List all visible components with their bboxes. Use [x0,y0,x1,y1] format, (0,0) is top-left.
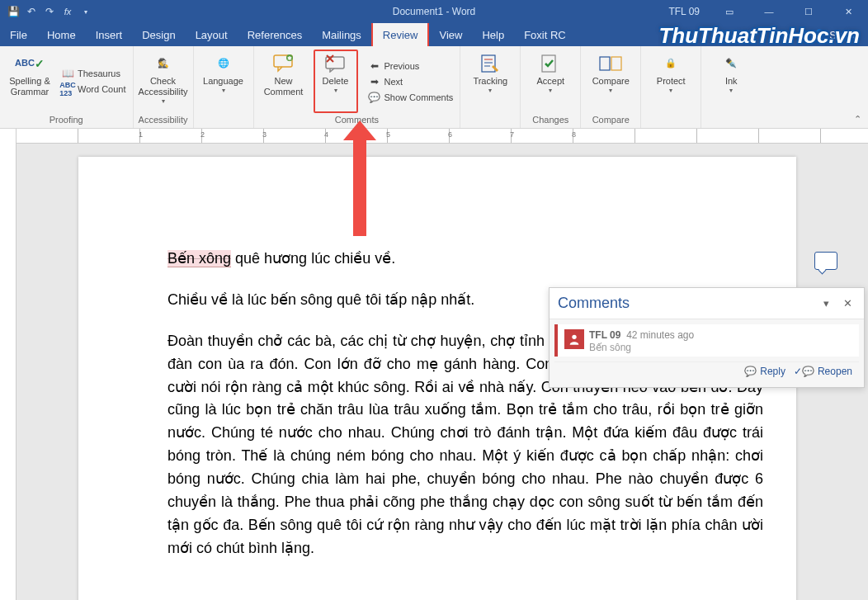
ribbon: ABC✓ Spelling & Grammar 📖Thesaurus ABC12… [0,46,868,129]
accept-button[interactable]: Accept ▾ [526,50,575,113]
next-icon: ➡ [368,75,381,88]
title-bar: 💾 ↶ ↷ fx ▾ Document1 - Word TFL 09 ▭ — ☐… [0,0,868,23]
reply-icon: 💬 [744,366,757,377]
delete-label: Delete [323,76,349,87]
tab-foxit[interactable]: Foxit RC [514,23,576,46]
comment-text: Bến sông [589,342,694,353]
ruler-num: 3 [262,130,267,139]
reopen-label: Reopen [818,366,852,377]
group-changes: Accept ▾ Changes [521,46,581,128]
tab-view[interactable]: View [429,23,472,46]
redo-icon[interactable]: ↷ [43,5,56,18]
lock-icon: 🔒 [658,53,684,74]
language-label: Language [203,76,243,87]
minimize-button[interactable]: — [752,0,785,23]
commented-text[interactable]: Bến xông [167,250,231,267]
chevron-down-icon: ▾ [549,87,552,95]
show-comments-icon: 💬 [368,91,381,104]
compare-icon [597,53,624,74]
svg-point-11 [572,335,576,339]
customize-qat-icon[interactable]: ▾ [79,5,92,18]
svg-rect-10 [611,57,621,70]
svg-rect-3 [326,57,344,69]
share-label: Share [829,29,858,41]
close-pane-button[interactable]: ✕ [839,295,856,312]
next-comment-button[interactable]: ➡Next [366,74,455,89]
accept-label: Accept [536,76,564,87]
share-button[interactable]: 👤 Share [803,29,868,41]
ruler-num: 2 [200,130,205,139]
tab-mailings[interactable]: Mailings [312,23,371,46]
chevron-down-icon: ▾ [669,87,672,95]
delete-comment-button[interactable]: Delete ▾ [314,50,358,113]
collapse-ribbon-icon[interactable]: ⌃ [847,111,868,128]
vertical-ruler[interactable] [0,129,17,600]
previous-label: Previous [384,61,420,71]
comment-item[interactable]: TFL 09 42 minutes ago Bến sông [554,324,859,357]
thesaurus-button[interactable]: 📖Thesaurus [59,66,128,81]
maximize-button[interactable]: ☐ [792,0,825,23]
ink-label: Ink [725,76,738,87]
group-label-proofing: Proofing [5,115,128,125]
protect-button[interactable]: 🔒 Protect ▾ [646,50,696,113]
ribbon-options-icon[interactable]: ▭ [713,0,746,23]
reopen-button[interactable]: ✓💬Reopen [794,366,852,377]
globe-icon: 🌐 [210,53,237,74]
ruler-num: 4 [324,130,328,139]
wordcount-icon: ABC123 [61,83,74,96]
group-label-protect [646,115,696,125]
fx-icon[interactable]: fx [61,5,74,18]
spelling-grammar-button[interactable]: ABC✓ Spelling & Grammar [5,50,54,113]
compare-button[interactable]: Compare ▾ [586,50,635,113]
accessibility-label: Check Accessibility [139,76,188,97]
ink-button[interactable]: ✒️ Ink ▾ [706,50,756,113]
chevron-down-icon: ▾ [488,87,492,95]
svg-rect-9 [600,57,610,70]
group-label-changes: Changes [526,115,575,125]
tab-review[interactable]: Review [371,21,430,46]
group-label-ink [706,115,756,125]
tracking-button[interactable]: Tracking ▾ [465,50,515,113]
group-language: 🌐 Language ▾ [194,46,254,128]
protect-label: Protect [657,76,686,87]
next-label: Next [384,77,403,87]
compare-label: Compare [592,76,630,87]
dropdown-icon[interactable]: ▾ [818,295,834,312]
comment-marker-icon[interactable] [814,252,837,270]
show-comments-button[interactable]: 💬Show Comments [366,90,455,105]
new-comment-label: New Comment [259,76,309,97]
new-comment-button[interactable]: ✱ New Comment [259,50,309,113]
share-icon: 👤 [813,29,826,41]
pen-icon: ✒️ [718,53,744,74]
tab-file[interactable]: File [0,23,37,46]
tab-insert[interactable]: Insert [86,23,133,46]
tab-help[interactable]: Help [472,23,514,46]
svg-rect-4 [482,55,495,72]
group-label-compare: Compare [586,115,635,125]
tab-home[interactable]: Home [37,23,86,46]
tab-design[interactable]: Design [132,23,185,46]
horizontal-ruler[interactable]: 1 2 3 4 5 6 7 8 [17,129,868,144]
tab-layout[interactable]: Layout [186,23,238,46]
window-title: Document1 - Word [393,6,475,17]
chevron-down-icon: ▾ [222,87,225,95]
accessibility-icon: 🕵️ [150,53,177,74]
save-icon[interactable]: 💾 [7,5,20,18]
reopen-icon: ✓💬 [794,366,814,377]
svg-text:✱: ✱ [287,55,292,61]
undo-icon[interactable]: ↶ [25,5,38,18]
ruler-num: 7 [510,130,514,139]
group-label-accessibility: Accessibility [139,115,188,125]
language-button[interactable]: 🌐 Language ▾ [199,50,248,113]
check-accessibility-button[interactable]: 🕵️ Check Accessibility ▾ [139,50,188,113]
comments-pane: Comments ▾ ✕ TFL 09 42 minutes ago Bến s… [549,287,865,388]
user-name[interactable]: TFL 09 [668,6,706,17]
reply-button[interactable]: 💬Reply [744,366,785,377]
close-button[interactable]: ✕ [832,0,865,23]
tracking-label: Tracking [473,76,507,87]
comments-pane-header: Comments ▾ ✕ [550,288,864,319]
previous-comment-button[interactable]: ⬅Previous [366,59,455,73]
text-span: quê hương lúc chiều về. [231,250,395,267]
tab-references[interactable]: References [238,23,312,46]
wordcount-button[interactable]: ABC123Word Count [59,82,128,97]
